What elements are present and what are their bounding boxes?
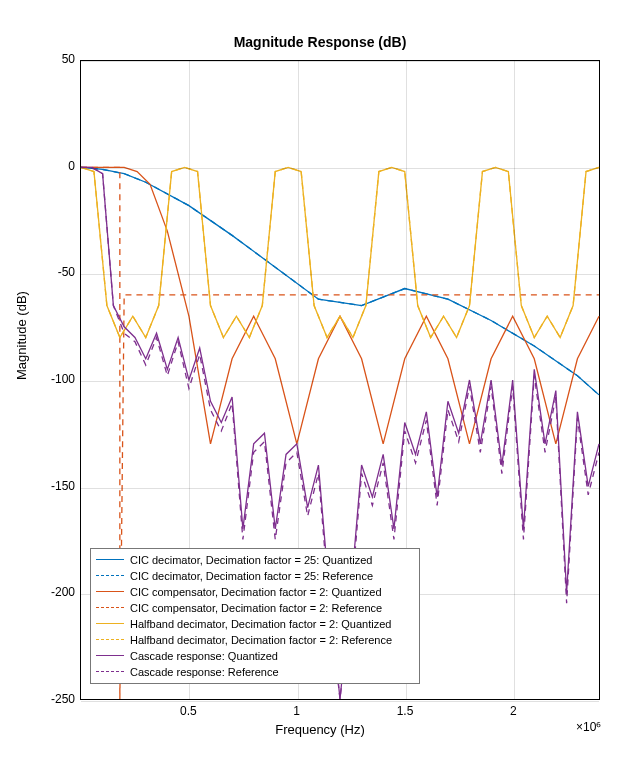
legend-label: CIC compensator, Decimation factor = 2: …	[130, 585, 414, 600]
legend-entry: Cascade response: Reference	[96, 664, 414, 680]
gridline-v	[514, 61, 515, 699]
y-tick-label: 0	[15, 159, 75, 173]
figure: Magnitude Response (dB) Magnitude (dB) F…	[0, 0, 640, 768]
x-tick-label: 1	[293, 704, 300, 718]
legend-label: CIC decimator, Decimation factor = 25: R…	[130, 569, 414, 584]
y-tick-label: -50	[15, 265, 75, 279]
legend-entry: Cascade response: Quantized	[96, 648, 414, 664]
chart-title: Magnitude Response (dB)	[0, 34, 640, 50]
y-tick-label: 50	[15, 52, 75, 66]
legend-swatch	[96, 554, 124, 566]
legend-entry: CIC compensator, Decimation factor = 2: …	[96, 584, 414, 600]
y-tick-label: -200	[15, 585, 75, 599]
series-line	[81, 167, 599, 395]
y-axis-label: Magnitude (dB)	[14, 291, 29, 380]
gridline-h	[81, 701, 599, 702]
series-line	[81, 167, 599, 395]
legend-label: Cascade response: Reference	[130, 665, 414, 680]
legend-swatch	[96, 602, 124, 614]
legend-swatch	[96, 570, 124, 582]
legend-swatch	[96, 634, 124, 646]
legend-swatch	[96, 666, 124, 678]
legend-entry: CIC decimator, Decimation factor = 25: R…	[96, 568, 414, 584]
legend-swatch	[96, 650, 124, 662]
series-line	[81, 167, 599, 337]
x-tick-label: 2	[510, 704, 517, 718]
gridline-h	[81, 274, 599, 275]
gridline-h	[81, 168, 599, 169]
legend-entry: CIC decimator, Decimation factor = 25: Q…	[96, 552, 414, 568]
x-tick-label: 0.5	[180, 704, 197, 718]
legend-label: Cascade response: Quantized	[130, 649, 414, 664]
legend-label: CIC decimator, Decimation factor = 25: Q…	[130, 553, 414, 568]
legend-swatch	[96, 586, 124, 598]
legend-entry: Halfband decimator, Decimation factor = …	[96, 616, 414, 632]
x-axis-exponent: ×10⁶	[576, 720, 601, 734]
legend: CIC decimator, Decimation factor = 25: Q…	[90, 548, 420, 684]
legend-label: CIC compensator, Decimation factor = 2: …	[130, 601, 414, 616]
legend-entry: Halfband decimator, Decimation factor = …	[96, 632, 414, 648]
legend-entry: CIC compensator, Decimation factor = 2: …	[96, 600, 414, 616]
gridline-h	[81, 381, 599, 382]
y-tick-label: -250	[15, 692, 75, 706]
x-tick-label: 1.5	[397, 704, 414, 718]
gridline-h	[81, 61, 599, 62]
x-axis-label: Frequency (Hz)	[0, 722, 640, 737]
series-line	[81, 167, 599, 337]
gridline-h	[81, 488, 599, 489]
y-tick-label: -150	[15, 479, 75, 493]
legend-label: Halfband decimator, Decimation factor = …	[130, 633, 414, 648]
legend-label: Halfband decimator, Decimation factor = …	[130, 617, 414, 632]
y-tick-label: -100	[15, 372, 75, 386]
legend-swatch	[96, 618, 124, 630]
